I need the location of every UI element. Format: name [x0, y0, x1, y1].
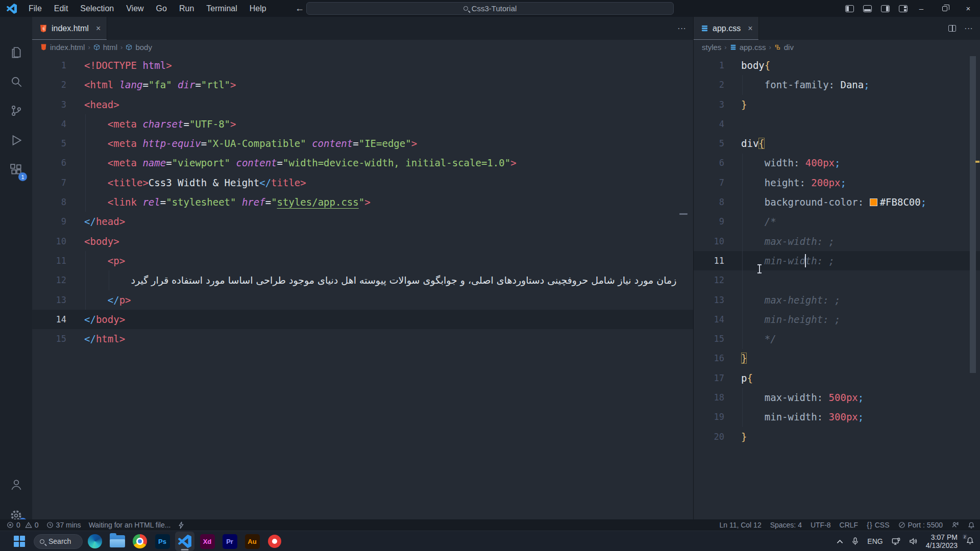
- code-line[interactable]: 6 <meta name="viewport" content="width=d…: [32, 153, 693, 172]
- breadcrumb-body[interactable]: body: [135, 43, 152, 52]
- menu-terminal[interactable]: Terminal: [201, 3, 242, 15]
- encoding-indicator[interactable]: UTF-8: [811, 521, 831, 529]
- code-line[interactable]: 20}: [694, 427, 980, 446]
- code-line[interactable]: 1body{: [694, 56, 980, 75]
- code-line[interactable]: 11 <p>: [32, 251, 693, 270]
- toggle-sidebar-icon[interactable]: [845, 5, 854, 12]
- photoshop-icon[interactable]: Ps: [153, 531, 172, 551]
- code-line[interactable]: 5div{: [694, 134, 980, 153]
- code-line[interactable]: 3<head>: [32, 95, 693, 114]
- more-actions-icon[interactable]: ···: [677, 23, 686, 34]
- notifications-bell-icon[interactable]: [968, 521, 975, 529]
- accounts-icon[interactable]: [0, 472, 32, 497]
- eol-indicator[interactable]: CRLF: [840, 521, 859, 529]
- extensions-icon[interactable]: 1: [0, 158, 32, 182]
- breadcrumb-html[interactable]: html: [103, 43, 117, 52]
- code-line[interactable]: 9</head>: [32, 212, 693, 231]
- cursor-position[interactable]: Ln 11, Col 12: [719, 521, 761, 529]
- code-line[interactable]: 3}: [694, 95, 980, 114]
- breadcrumb-appcss[interactable]: app.css: [740, 43, 766, 52]
- premiere-icon[interactable]: Pr: [220, 531, 239, 551]
- code-line[interactable]: 19 min-width: 300px;: [694, 407, 980, 427]
- audition-icon[interactable]: Au: [242, 531, 262, 551]
- code-line[interactable]: 1<!DOCTYPE html>: [32, 56, 693, 75]
- split-editor-icon[interactable]: [948, 25, 956, 32]
- code-editor-css[interactable]: 1body{2 font-family: Dana;3}45div{6 widt…: [694, 56, 980, 519]
- close-button[interactable]: ×: [957, 0, 980, 17]
- lightning-icon[interactable]: [178, 521, 184, 529]
- vscode-taskbar-icon[interactable]: [175, 531, 194, 551]
- menu-help[interactable]: Help: [244, 3, 272, 15]
- menu-go[interactable]: Go: [151, 3, 173, 15]
- code-line[interactable]: 16}: [694, 348, 980, 368]
- more-actions-icon[interactable]: ···: [964, 23, 973, 34]
- code-line[interactable]: 9 /*: [694, 212, 980, 231]
- search-sidebar-icon[interactable]: [0, 69, 32, 94]
- code-line[interactable]: 10 max-width: ;: [694, 232, 980, 251]
- code-line[interactable]: 12: [694, 270, 980, 290]
- toggle-panel-icon[interactable]: [863, 5, 872, 12]
- code-line[interactable]: 8 <link rel="stylesheet" href="styles/ap…: [32, 192, 693, 212]
- code-line[interactable]: 7 <title>Css3 Width & Height</title>: [32, 173, 693, 192]
- speaker-icon[interactable]: [909, 538, 917, 545]
- live-server-port[interactable]: Port : 5500: [898, 521, 943, 529]
- breadcrumb-div[interactable]: div: [784, 43, 794, 52]
- explorer-icon[interactable]: [0, 40, 32, 65]
- menu-run[interactable]: Run: [174, 3, 200, 15]
- toggle-secondary-sidebar-icon[interactable]: [881, 5, 890, 12]
- adobe-xd-icon[interactable]: Xd: [198, 531, 217, 551]
- code-line[interactable]: 4: [694, 114, 980, 134]
- color-swatch[interactable]: [870, 198, 877, 206]
- edge-icon[interactable]: [85, 531, 105, 551]
- live-server-message[interactable]: Waiting for an HTML file...: [89, 521, 171, 529]
- notification-center-bell-icon[interactable]: z: [966, 536, 974, 547]
- chrome-icon[interactable]: [130, 531, 150, 551]
- source-control-icon[interactable]: [0, 98, 32, 123]
- menu-view[interactable]: View: [120, 3, 149, 15]
- breadcrumb-styles[interactable]: styles: [702, 43, 721, 52]
- code-line[interactable]: 8 background-color: #FB8C00;: [694, 192, 980, 212]
- language-indicator[interactable]: ENG: [867, 537, 883, 545]
- code-line[interactable]: 2<html lang="fa" dir="rtl">: [32, 75, 693, 94]
- time-tracker[interactable]: 37 mins: [46, 521, 81, 529]
- taskbar-clock[interactable]: 3:07 PM 4/13/2023: [926, 533, 958, 549]
- taskbar-search[interactable]: Search: [33, 531, 84, 551]
- code-editor-html[interactable]: 1<!DOCTYPE html>2<html lang="fa" dir="rt…: [32, 56, 693, 519]
- code-line[interactable]: 6 width: 400px;: [694, 153, 980, 172]
- vertical-scrollbar[interactable]: [970, 56, 976, 373]
- errors-warnings-indicator[interactable]: 0 0: [7, 521, 39, 529]
- code-line[interactable]: 4 <meta charset="UTF-8">: [32, 114, 693, 134]
- code-line[interactable]: 15</html>: [32, 329, 693, 348]
- run-debug-icon[interactable]: [0, 128, 32, 153]
- indentation-indicator[interactable]: Spaces: 4: [770, 521, 802, 529]
- network-icon[interactable]: [892, 538, 900, 545]
- close-tab-icon[interactable]: ×: [96, 24, 101, 33]
- menu-file[interactable]: File: [23, 3, 47, 15]
- camtasia-recorder-icon[interactable]: [265, 531, 284, 551]
- command-center-search[interactable]: Css3-Tutorial: [306, 2, 674, 15]
- tray-chevron-up-icon[interactable]: [837, 539, 843, 544]
- microphone-icon[interactable]: [852, 537, 859, 545]
- code-line[interactable]: 12 زمان مورد نیاز شامل حروفچینی دستاورده…: [32, 270, 693, 290]
- code-line[interactable]: 7 height: 200px;: [694, 173, 980, 192]
- code-line[interactable]: 14 min-height: ;: [694, 310, 980, 329]
- back-arrow-icon[interactable]: ←: [295, 3, 304, 14]
- code-line[interactable]: 17p{: [694, 368, 980, 388]
- feedback-icon[interactable]: [951, 521, 959, 529]
- code-line[interactable]: 10<body>: [32, 232, 693, 251]
- tab-app-css[interactable]: app.css ×: [694, 17, 759, 40]
- language-mode[interactable]: { } CSS: [867, 521, 889, 529]
- code-line[interactable]: 13 </p>: [32, 290, 693, 310]
- menu-selection[interactable]: Selection: [75, 3, 119, 15]
- file-explorer-icon[interactable]: [108, 531, 127, 551]
- menu-edit[interactable]: Edit: [48, 3, 74, 15]
- customize-layout-icon[interactable]: [899, 5, 908, 12]
- minimize-button[interactable]: –: [910, 0, 933, 17]
- code-line[interactable]: 11 min-width: ;: [694, 251, 980, 270]
- tab-index-html[interactable]: 5 index.html ×: [32, 17, 107, 40]
- code-line[interactable]: 13 max-height: ;: [694, 290, 980, 310]
- breadcrumb-file[interactable]: index.html: [50, 43, 85, 52]
- code-line[interactable]: 15 */: [694, 329, 980, 348]
- code-line[interactable]: 14</body>: [32, 310, 693, 329]
- start-button[interactable]: [9, 531, 30, 551]
